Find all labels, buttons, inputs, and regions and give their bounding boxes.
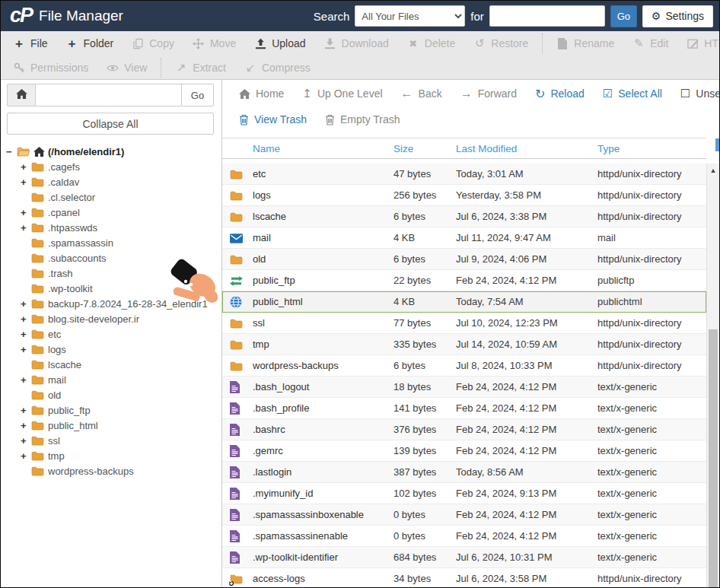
tree-expander-plus-icon[interactable]: +	[21, 450, 31, 462]
column-header-size[interactable]: Size	[393, 143, 413, 154]
tree-item-cpanel[interactable]: +.cpanel	[1, 205, 221, 220]
folder-open-icon	[17, 147, 30, 157]
search-input[interactable]	[489, 5, 605, 27]
file-row-spamassassinboxenable[interactable]: .spamassassinboxenable0 bytesFeb 24, 202…	[222, 504, 706, 526]
scroll-up-arrow[interactable]: ▲	[707, 165, 719, 176]
tree-item-trash[interactable]: .trash	[1, 265, 221, 281]
search-scope-select[interactable]: All Your Files	[355, 5, 465, 27]
file-type: httpd/unix-directory	[597, 573, 682, 584]
toolbar-file-button[interactable]: +File	[4, 37, 57, 50]
tree-item-label: (/home/elendir1)	[48, 146, 124, 157]
file-size: 256 bytes	[393, 189, 436, 201]
toolbar-label: Move	[210, 37, 236, 49]
tree-expander-plus-icon[interactable]: +	[21, 298, 31, 310]
tree-item-tmp[interactable]: +tmp	[1, 448, 221, 463]
tree-expander-plus-icon[interactable]: +	[21, 161, 31, 173]
file-row-lastlogin[interactable]: .lastlogin387 bytesToday, 8:56 AMtext/x-…	[222, 462, 706, 483]
tree-expander-plus-icon[interactable]: +	[21, 405, 31, 416]
file-name: lscache	[253, 211, 286, 222]
tree-expander-plus-icon[interactable]: +	[21, 344, 31, 355]
vertical-scrollbar[interactable]: ▲	[706, 164, 719, 587]
nav-reload-button[interactable]: ↻Reload	[526, 87, 594, 101]
file-type: text/x-generic	[597, 402, 657, 414]
column-header-name[interactable]: Name	[253, 143, 280, 154]
tree-item-etc[interactable]: +etc	[1, 326, 221, 342]
tree-expander-plus-icon[interactable]: +	[21, 313, 31, 325]
tree-item-label: .trash	[48, 268, 73, 279]
tree-item-cagefs[interactable]: +.cagefs	[1, 159, 221, 174]
folder-icon	[230, 359, 244, 373]
tree-item-lscache[interactable]: lscache	[1, 357, 221, 372]
tree-expander-plus-icon[interactable]: +	[21, 435, 31, 447]
toolbar-copy-button: Copy	[123, 37, 183, 49]
path-go-button[interactable]: Go	[182, 84, 214, 106]
tree-item-ssl[interactable]: +ssl	[1, 433, 221, 448]
search-go-button[interactable]: Go	[610, 5, 637, 27]
column-header-last-modified[interactable]: Last Modified	[456, 143, 517, 154]
file-row-access-logs[interactable]: access-logs34 bytesJul 6, 2024, 3:58 PMh…	[222, 568, 706, 587]
tree-expander-plus-icon[interactable]: +	[21, 420, 31, 431]
scrollbar-thumb[interactable]	[709, 329, 718, 587]
file-row-logs[interactable]: logs256 bytesYesterday, 3:58 PMhttpd/uni…	[222, 185, 706, 206]
tree-item-backup-7-8-2024-16-28-34-elendir1[interactable]: +backup-7.8.2024_16-28-34_elendir1	[1, 296, 221, 311]
column-header-type[interactable]: Type	[597, 143, 620, 154]
nav-view-trash-button[interactable]: View Trash	[230, 113, 316, 126]
tree-item-old[interactable]: old	[1, 387, 221, 402]
nav-select-all-button[interactable]: ☑Select All	[594, 87, 671, 100]
file-type: httpd/unix-directory	[597, 168, 682, 180]
tree-expander-plus-icon[interactable]: +	[21, 222, 31, 234]
file-row-old[interactable]: old6 bytesJul 9, 2024, 4:06 PMhttpd/unix…	[222, 249, 706, 270]
tree-item-caldav[interactable]: +.caldav	[1, 174, 221, 189]
tree-item-wp-toolkit[interactable]: .wp-toolkit	[1, 281, 221, 296]
file-row-etc[interactable]: etc47 bytesToday, 3:01 AMhttpd/unix-dire…	[222, 164, 706, 185]
tree-item-mail[interactable]: +mail	[1, 372, 221, 387]
file-last-modified: Feb 24, 2024, 9:13 PM	[456, 488, 556, 499]
file-row-wordpress-backups[interactable]: wordpress-backups6 bytesJul 8, 2024, 10:…	[222, 355, 706, 377]
file-type: text/x-generic	[597, 551, 657, 563]
file-table: etc47 bytesToday, 3:01 AMhttpd/unix-dire…	[222, 164, 706, 587]
tree-item-htpasswds[interactable]: +.htpasswds	[1, 220, 221, 235]
tree-expander-plus-icon[interactable]: +	[21, 176, 31, 188]
folder-icon	[31, 466, 44, 476]
tree-expander-plus-icon[interactable]: +	[21, 374, 31, 386]
file-row-public-ftp[interactable]: public_ftp22 bytesFeb 24, 2024, 4:12 PMp…	[222, 270, 706, 291]
tree-item-wordpress-backups[interactable]: wordpress-backups	[1, 463, 221, 478]
file-last-modified: Feb 24, 2024, 4:12 PM	[456, 509, 556, 520]
tree-expander-plus-icon[interactable]: +	[21, 207, 31, 218]
reload-icon: ↻	[535, 87, 545, 101]
file-row-spamassassinenable[interactable]: .spamassassinenable0 bytesFeb 24, 2024, …	[222, 526, 706, 547]
file-row-public-html[interactable]: public_html4 KBToday, 7:54 AMpublichtml	[222, 291, 706, 313]
tree-expander-plus-icon[interactable]: +	[21, 329, 31, 340]
file-row-lscache[interactable]: lscache6 bytesJul 6, 2024, 3:38 PMhttpd/…	[222, 206, 706, 227]
file-row-wp-toolkit-identifier[interactable]: .wp-toolkit-identifier684 bytesJul 6, 20…	[222, 547, 706, 568]
file-row-ssl[interactable]: ssl77 bytesJul 10, 2024, 12:23 PMhttpd/u…	[222, 313, 706, 334]
tree-item-home-elendir1[interactable]: −(/home/elendir1)	[1, 144, 221, 159]
tree-item-cl-selector[interactable]: .cl.selector	[1, 189, 221, 205]
collapse-all-button[interactable]: Collapse All	[7, 113, 214, 135]
path-input[interactable]	[36, 84, 182, 106]
file-row-bashrc[interactable]: .bashrc376 bytesFeb 24, 2024, 4:12 PMtex…	[222, 419, 706, 440]
tree-item-public-html[interactable]: +public_html	[1, 418, 221, 433]
home-path-button[interactable]	[7, 84, 36, 106]
tree-item-logs[interactable]: +logs	[1, 342, 221, 357]
toolbar-compress-button: ↙Compress	[235, 61, 320, 75]
tree-expander-minus-icon[interactable]: −	[6, 146, 17, 157]
toolbar-upload-button[interactable]: Upload	[245, 37, 314, 49]
file-type: httpd/unix-directory	[597, 189, 682, 201]
file-row-bash-profile[interactable]: .bash_profile141 bytesFeb 24, 2024, 4:12…	[222, 398, 706, 419]
move-icon	[193, 38, 205, 49]
nav-unselect-all-button[interactable]: ☐Unselect All	[671, 87, 720, 100]
tree-item-blog-site-developer-ir[interactable]: +blog.site-developer.ir	[1, 311, 221, 326]
file-row-gemrc[interactable]: .gemrc139 bytesFeb 24, 2024, 4:12 PMtext…	[222, 440, 706, 462]
tree-item-public-ftp[interactable]: +public_ftp	[1, 402, 221, 418]
file-row-myimunify-id[interactable]: .myimunify_id102 bytesFeb 24, 2024, 9:13…	[222, 483, 706, 504]
settings-button[interactable]: ⚙ Settings	[642, 5, 713, 27]
tree-item-spamassassin[interactable]: .spamassassin	[1, 235, 221, 250]
folder-icon	[31, 177, 44, 187]
toolbar-folder-button[interactable]: +Folder	[57, 37, 123, 50]
tree-item-subaccounts[interactable]: .subaccounts	[1, 250, 221, 265]
file-row-tmp[interactable]: tmp335 bytesJul 14, 2024, 10:59 AMhttpd/…	[222, 334, 706, 355]
file-row-mail[interactable]: mail4 KBJul 11, 2024, 9:47 AMmail	[222, 227, 706, 249]
file-row-bash-logout[interactable]: .bash_logout18 bytesFeb 24, 2024, 4:12 P…	[222, 377, 706, 398]
toolbar-label: Extract	[193, 62, 226, 74]
